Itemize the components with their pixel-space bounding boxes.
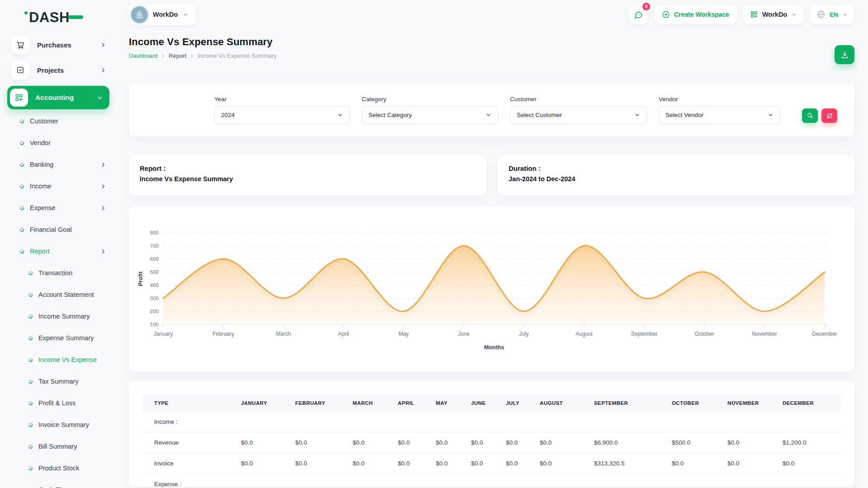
building-icon: [131, 6, 148, 23]
sidebar-item-income-vs-expense[interactable]: Income Vs Expense: [7, 349, 117, 371]
bullet-icon: [28, 357, 33, 362]
page-head: Income Vs Expense Summary Dashboard›Repo…: [129, 36, 854, 64]
svg-text:April: April: [338, 331, 349, 337]
bullet-icon: [19, 227, 25, 232]
bullet-icon: [19, 140, 25, 145]
workspace-dropdown-label: WorkDo: [762, 11, 787, 18]
cell: $1,200.0: [783, 432, 841, 453]
cell: $0.0: [241, 453, 295, 474]
svg-text:January: January: [154, 331, 173, 337]
sidebar-item-customer[interactable]: Customer: [7, 110, 117, 132]
notification-badge: 0: [642, 3, 650, 10]
svg-text:500: 500: [150, 269, 159, 275]
messages-button[interactable]: 0: [629, 5, 648, 24]
column-header-august: AUGUST: [540, 394, 594, 412]
sidebar-item-expense-summary[interactable]: Expense Summary: [7, 327, 117, 349]
bullet-icon: [19, 162, 25, 167]
sidebar-item-report[interactable]: Report: [7, 240, 117, 262]
sidebar-item-vendor[interactable]: Vendor: [7, 132, 117, 154]
category-select[interactable]: Select Category: [362, 106, 498, 124]
sidebar-item-profit-loss[interactable]: Profit & Loss: [7, 392, 117, 414]
sidebar-item-label: Income: [30, 183, 52, 190]
year-label: Year: [214, 96, 350, 103]
bullet-icon: [28, 465, 33, 471]
sidebar-item-income[interactable]: Income: [7, 175, 117, 197]
download-button[interactable]: [835, 45, 854, 64]
sidebar-item-income-summary[interactable]: Income Summary: [7, 305, 117, 327]
income-vs-expense-table: TYPEJANUARYFEBRUARYMARCHAPRILMAYJUNEJULY…: [142, 394, 841, 487]
breadcrumb-separator: ›: [162, 52, 165, 59]
sidebar-item-label: Tax Summary: [38, 378, 79, 385]
sidebar-item-label: Account Statement: [38, 291, 94, 298]
app-logo[interactable]: DASH: [7, 6, 117, 29]
sidebar-item-bill-summary[interactable]: Bill Summary: [7, 436, 117, 457]
y-axis-title: Profit: [137, 271, 144, 286]
grid-plus-icon: [750, 10, 758, 19]
cell: $0.0: [471, 453, 506, 474]
cell: $0.0: [506, 453, 540, 474]
customer-field: Customer Select Customer: [510, 96, 647, 124]
reset-filter-icon: [826, 112, 833, 119]
bullet-icon: [19, 205, 25, 211]
svg-text:July: July: [519, 331, 528, 337]
sidebar-item-financial-goal[interactable]: Financial Goal: [7, 219, 117, 240]
apply-filter-button[interactable]: [802, 108, 818, 123]
sidebar-item-banking[interactable]: Banking: [7, 154, 117, 175]
table-row-invoice: Invoice$0.0$0.0$0.0$0.0$0.0$0.0$0.0$0.0$…: [142, 453, 841, 474]
chevron-down-icon: [183, 12, 189, 18]
breadcrumb-link-dashboard[interactable]: Dashboard: [129, 52, 158, 59]
cell: $0.0: [783, 453, 841, 474]
column-header-december: DECEMBER: [783, 394, 841, 412]
sidebar-item-tax-summary[interactable]: Tax Summary: [7, 371, 117, 392]
reset-filter-button[interactable]: [821, 108, 837, 123]
workspace-name: WorkDo: [153, 11, 178, 18]
bullet-icon: [28, 379, 33, 384]
svg-text:October: October: [695, 331, 714, 337]
language-selector[interactable]: EN: [810, 5, 854, 24]
cell: $6,900.0: [594, 432, 672, 453]
customer-select[interactable]: Select Customer: [510, 106, 647, 124]
x-axis-title: Months: [484, 344, 504, 351]
vendor-field: Vendor Select Vendor: [659, 96, 780, 124]
column-header-february: FEBRUARY: [295, 394, 353, 412]
chevron-down-icon: [768, 112, 774, 118]
workspace-dropdown[interactable]: WorkDo: [743, 5, 804, 24]
chevron-down-icon: [842, 12, 848, 18]
sidebar-item-expense[interactable]: Expense: [7, 197, 117, 219]
sidebar-item-invoice-summary[interactable]: Invoice Summary: [7, 414, 117, 436]
bullet-icon: [19, 183, 25, 189]
column-header-type: TYPE: [142, 394, 241, 412]
cell: $0.0: [471, 432, 506, 453]
sidebar-item-transaction[interactable]: Transaction: [7, 262, 117, 284]
sidebar-item-accounting[interactable]: Accounting: [7, 86, 109, 109]
sidebar-item-projects[interactable]: Projects: [11, 61, 107, 80]
search-icon: [807, 112, 814, 119]
vendor-select[interactable]: Select Vendor: [659, 106, 780, 124]
svg-text:100: 100: [150, 322, 159, 327]
column-header-january: JANUARY: [241, 394, 295, 412]
topbar: WorkDo 0 Create Workspace WorkDo: [129, 4, 854, 25]
sidebar-item-label: Customer: [30, 117, 58, 125]
sidebar-item-product-stock[interactable]: Product Stock: [7, 457, 117, 479]
year-select[interactable]: 2024: [214, 106, 350, 124]
bullet-icon: [28, 444, 33, 449]
column-header-april: APRIL: [398, 394, 436, 412]
create-workspace-button[interactable]: Create Workspace: [654, 5, 737, 24]
column-header-october: OCTOBER: [672, 394, 727, 412]
bullet-icon: [28, 314, 33, 319]
sidebar-item-cash-flow[interactable]: Cash Flow: [7, 479, 117, 488]
topbar-actions: 0 Create Workspace WorkDo EN: [629, 5, 854, 24]
language-label: EN: [830, 11, 838, 18]
sidebar-item-purchases[interactable]: Purchases: [11, 35, 107, 54]
svg-text:200: 200: [150, 309, 159, 314]
logo-dash-icon: [68, 15, 83, 19]
cell: $0.0: [353, 432, 398, 453]
svg-text:700: 700: [150, 243, 159, 249]
sidebar-item-account-statement[interactable]: Account Statement: [7, 284, 117, 305]
breadcrumb-link-report[interactable]: Report: [169, 52, 186, 59]
year-field: Year 2024: [214, 96, 350, 124]
sidebar-item-label: Banking: [30, 161, 53, 168]
chevron-right-icon: [100, 205, 107, 211]
workspace-selector[interactable]: WorkDo: [129, 4, 196, 25]
duration-card-title: Duration :: [509, 164, 844, 172]
